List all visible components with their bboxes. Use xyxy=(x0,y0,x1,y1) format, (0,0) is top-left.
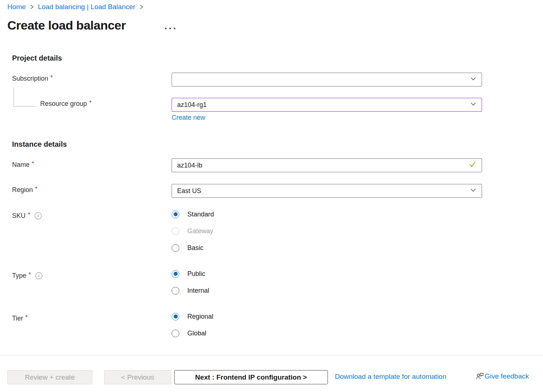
name-label: Name * xyxy=(12,161,34,169)
chevron-right-icon xyxy=(139,4,144,10)
name-input[interactable] xyxy=(177,162,469,169)
name-field-wrapper xyxy=(172,158,482,172)
field-connector-line xyxy=(14,88,35,107)
sku-option-standard[interactable]: Standard xyxy=(172,206,214,223)
tier-option-global[interactable]: Global xyxy=(172,325,213,342)
subscription-label: Subscription * xyxy=(12,75,53,82)
page-title: Create load balancer xyxy=(7,18,126,32)
download-template-link[interactable]: Download a template for automation xyxy=(335,373,446,381)
resource-group-dropdown[interactable]: az104-rg1 xyxy=(172,98,482,112)
tier-label: Tier * xyxy=(12,315,28,322)
resource-group-value: az104-rg1 xyxy=(177,101,470,109)
next-button[interactable]: Next : Frontend IP configuration > xyxy=(174,370,328,384)
breadcrumb-home-link[interactable]: Home xyxy=(7,3,26,11)
required-marker: * xyxy=(28,271,31,278)
sku-radio-group: Standard Gateway Basic xyxy=(172,206,214,256)
radio-unselected-icon xyxy=(172,330,179,337)
project-details-heading: Project details xyxy=(12,54,62,62)
required-marker: * xyxy=(89,99,92,107)
sku-option-basic[interactable]: Basic xyxy=(172,239,214,256)
radio-unselected-icon xyxy=(172,287,179,295)
review-create-button[interactable]: Review + create xyxy=(7,370,92,384)
subscription-dropdown[interactable] xyxy=(172,73,482,87)
radio-selected-icon xyxy=(172,313,179,320)
more-options-icon[interactable] xyxy=(164,26,177,31)
feedback-icon xyxy=(476,372,484,381)
radio-selected-icon xyxy=(172,211,179,218)
instance-details-heading: Instance details xyxy=(12,140,67,149)
create-new-link[interactable]: Create new xyxy=(172,114,205,122)
valid-checkmark-icon xyxy=(469,160,477,170)
radio-unselected-icon xyxy=(172,244,179,252)
info-icon[interactable]: i xyxy=(35,272,42,279)
required-marker: * xyxy=(50,74,53,81)
required-marker: * xyxy=(25,314,28,321)
required-marker: * xyxy=(32,160,34,168)
required-marker: * xyxy=(35,185,38,193)
chevron-right-icon xyxy=(30,4,34,10)
chevron-down-icon xyxy=(470,76,477,84)
tier-option-regional[interactable]: Regional xyxy=(172,308,213,325)
type-option-internal[interactable]: Internal xyxy=(172,282,209,299)
type-radio-group: Public Internal xyxy=(172,265,209,299)
radio-selected-icon xyxy=(172,270,179,278)
info-icon[interactable]: i xyxy=(35,212,42,219)
breadcrumb-parent-link[interactable]: Load balancing | Load Balancer xyxy=(38,3,135,11)
chevron-down-icon xyxy=(470,187,477,195)
sku-option-gateway: Gateway xyxy=(172,223,214,239)
radio-disabled-icon xyxy=(172,227,179,235)
breadcrumb: Home Load balancing | Load Balancer xyxy=(7,3,144,11)
resource-group-label: Resource group * xyxy=(40,100,92,108)
required-marker: * xyxy=(28,211,30,219)
sku-label: SKU * i xyxy=(12,212,42,220)
type-label: Type * i xyxy=(12,272,42,280)
tier-radio-group: Regional Global xyxy=(172,308,213,342)
footer-divider xyxy=(0,355,543,356)
previous-button[interactable]: < Previous xyxy=(104,370,171,384)
region-label: Region * xyxy=(12,186,38,194)
region-dropdown[interactable]: East US xyxy=(172,184,482,198)
give-feedback-link[interactable]: Give feedback xyxy=(476,372,529,381)
chevron-down-icon xyxy=(470,101,477,109)
region-value: East US xyxy=(177,187,470,195)
type-option-public[interactable]: Public xyxy=(172,265,209,282)
